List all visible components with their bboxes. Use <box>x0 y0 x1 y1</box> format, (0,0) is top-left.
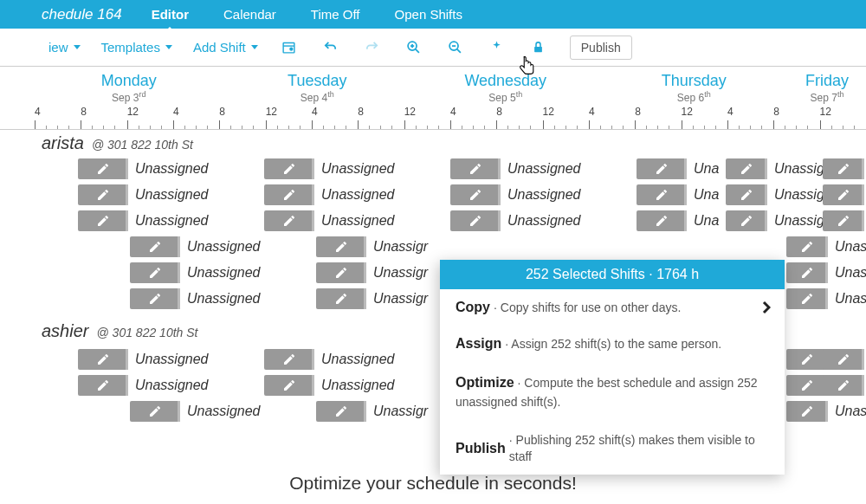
day-name: Tuesday <box>223 67 412 90</box>
role-header-cashier: ashier @ 301 822 10th St <box>0 318 197 345</box>
shift-bar[interactable]: Unassigned <box>264 373 395 397</box>
shift-bar[interactable]: Unassigr <box>316 235 428 259</box>
shift-bar[interactable]: Unassigned <box>130 287 261 311</box>
day-header: Monday Sep 3rd <box>35 67 223 106</box>
templates-dropdown[interactable]: Templates <box>94 40 179 55</box>
shift-bar[interactable]: Una <box>637 183 719 207</box>
shift-bar[interactable] <box>823 373 866 397</box>
shift-bar[interactable]: Unassigr <box>316 261 428 285</box>
day-name: Monday <box>35 67 223 90</box>
shift-bar[interactable]: Una <box>637 209 719 233</box>
tab-timeoff[interactable]: Time Off <box>307 1 364 28</box>
lock-icon[interactable] <box>521 30 556 65</box>
caret-down-icon <box>251 45 258 49</box>
day-headers: Monday Sep 3rd Tuesday Sep 4th Wednesday… <box>0 67 866 106</box>
shift-bar[interactable]: Una <box>637 157 719 181</box>
selection-popup: 252 Selected Shifts · 1764 h Copy· Copy … <box>440 260 785 475</box>
redo-icon[interactable] <box>355 30 390 65</box>
day-date: Sep 6th <box>600 90 789 106</box>
day-date: Sep 7th <box>788 90 866 106</box>
popup-item-copy[interactable]: Copy· Copy shifts for use on other days. <box>440 289 785 326</box>
shift-bar[interactable]: Unassigned <box>78 373 209 397</box>
role-header-barista: arista @ 301 822 10th St <box>0 130 866 157</box>
shift-bar[interactable]: Unassigned <box>264 209 395 233</box>
shift-bar[interactable]: Unassigned <box>450 183 581 207</box>
shift-bar[interactable]: Unassigned <box>450 209 581 233</box>
shift-bar[interactable]: Unassigned <box>78 183 209 207</box>
shift-bar[interactable]: Unassigned <box>130 261 261 285</box>
caret-down-icon <box>165 45 172 49</box>
time-ruler: 481248124812481248124812 <box>0 106 866 130</box>
day-date: Sep 4th <box>223 90 412 106</box>
nav-tabs: Editor Calendar Time Off Open Shifts <box>148 1 466 28</box>
shift-bar[interactable] <box>823 347 866 372</box>
zoom-in-icon[interactable] <box>397 30 431 65</box>
svg-rect-10 <box>534 47 542 52</box>
shift-bar[interactable] <box>823 157 866 181</box>
role-name: arista <box>42 133 84 152</box>
shift-bar[interactable]: Unassigned <box>78 157 209 181</box>
add-shift-dropdown[interactable]: Add Shift <box>186 40 265 55</box>
shift-bar[interactable]: Unassigned <box>130 235 261 259</box>
shift-bar[interactable]: Unassigned <box>78 209 209 233</box>
shift-bar[interactable]: Unassigned <box>786 399 866 423</box>
tab-calendar[interactable]: Calendar <box>220 1 280 28</box>
caption: Optimize your schedule in seconds! <box>0 473 866 494</box>
calendar-icon[interactable] <box>272 30 307 65</box>
tab-editor[interactable]: Editor <box>148 1 192 28</box>
day-header: Wednesday Sep 5th <box>411 67 600 106</box>
shift-bar[interactable]: Unassigr <box>316 399 428 423</box>
svg-rect-0 <box>283 43 294 53</box>
tab-openshifts[interactable]: Open Shifts <box>391 1 466 28</box>
view-dropdown[interactable]: iew <box>42 40 87 55</box>
magic-icon[interactable] <box>480 30 514 65</box>
day-name: Friday <box>788 67 866 90</box>
svg-line-4 <box>416 49 419 53</box>
zoom-out-icon[interactable] <box>438 30 473 65</box>
day-header: Tuesday Sep 4th <box>223 67 412 106</box>
day-header: Thursday Sep 6th <box>600 67 789 106</box>
shift-bar[interactable]: Unassigned <box>786 261 866 285</box>
shift-bar[interactable] <box>823 209 866 233</box>
popup-header: 252 Selected Shifts · 1764 h <box>440 260 785 289</box>
undo-icon[interactable] <box>313 30 348 65</box>
caret-down-icon <box>74 45 81 49</box>
svg-point-2 <box>290 48 293 50</box>
day-header: Friday Sep 7th <box>788 67 866 106</box>
shift-bar[interactable]: Unassigned <box>450 157 581 181</box>
shift-bar[interactable]: Unassigned <box>264 183 395 207</box>
day-name: Thursday <box>600 67 789 90</box>
popup-item-assign[interactable]: Assign· Assign 252 shift(s) to the same … <box>440 326 785 362</box>
shift-bar[interactable]: Unassigned <box>786 287 866 311</box>
shift-bar[interactable]: Unassigned <box>78 347 209 372</box>
chevron-right-icon <box>762 300 771 314</box>
day-date: Sep 5th <box>411 90 600 106</box>
shift-bar[interactable] <box>823 183 866 207</box>
role-location: @ 301 822 10th St <box>92 138 193 152</box>
svg-line-8 <box>457 49 461 53</box>
schedule-title: chedule 164 <box>42 6 122 23</box>
shift-bar[interactable]: Unassigned <box>264 157 395 181</box>
day-date: Sep 3rd <box>35 90 223 106</box>
popup-item-optimize[interactable]: Optimize· Compute the best schedule and … <box>440 362 785 422</box>
shift-bar[interactable]: Unassigned <box>786 235 866 259</box>
publish-button[interactable]: Publish <box>570 36 632 60</box>
popup-item-publish[interactable]: Publish· Publishing 252 shift(s) makes t… <box>440 422 785 474</box>
day-name: Wednesday <box>411 67 600 90</box>
top-nav: chedule 164 Editor Calendar Time Off Ope… <box>0 0 866 29</box>
shift-bar[interactable]: Unassigned <box>264 347 395 372</box>
shift-bar[interactable]: Unassigned <box>130 399 261 423</box>
shift-bar[interactable]: Unassigr <box>316 287 428 311</box>
toolbar: iew Templates Add Shift Publish <box>0 29 866 67</box>
